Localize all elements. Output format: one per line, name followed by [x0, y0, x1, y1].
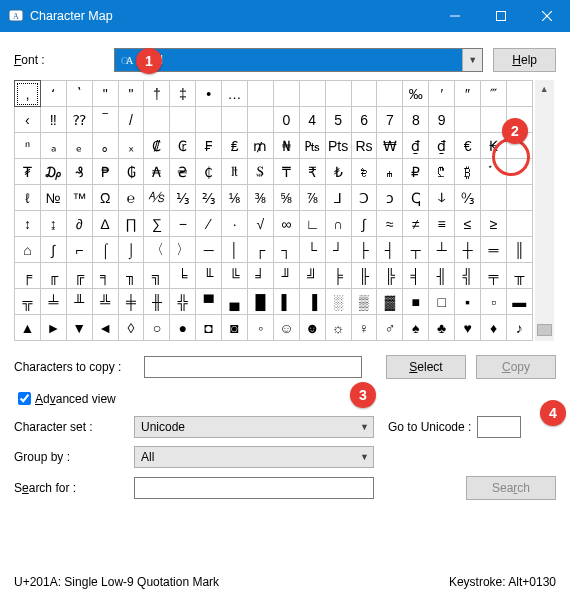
grid-cell[interactable]: ≡	[429, 211, 455, 237]
grid-cell[interactable]: ∞	[273, 211, 299, 237]
grid-cell[interactable]: ₰	[66, 159, 92, 185]
grid-cell[interactable]: ┼	[455, 237, 481, 263]
grid-cell[interactable]: ₐ	[40, 133, 66, 159]
grid-cell[interactable]: ≥	[481, 211, 507, 237]
grid-cell[interactable]: ⅔	[196, 185, 222, 211]
grid-cell[interactable]: ┌	[248, 237, 274, 263]
grid-cell[interactable]: ║	[506, 237, 532, 263]
grid-cell[interactable]: ◘	[196, 315, 222, 341]
grid-cell[interactable]: ‡	[170, 81, 196, 107]
grid-cell[interactable]: ╢	[429, 263, 455, 289]
grid-cell[interactable]: 〈	[144, 237, 170, 263]
grid-cell[interactable]: ▒	[351, 289, 377, 315]
grid-cell[interactable]	[299, 81, 325, 107]
close-button[interactable]	[524, 0, 570, 32]
grid-cell[interactable]: ₫	[429, 133, 455, 159]
grid-cell[interactable]: ♦	[481, 315, 507, 341]
grid-cell[interactable]: 〉	[170, 237, 196, 263]
grid-cell[interactable]: 5	[325, 107, 351, 133]
grid-cell[interactable]: ⁇	[66, 107, 92, 133]
grid-cell[interactable]: ♪	[506, 315, 532, 341]
grid-cell[interactable]: ₽	[403, 159, 429, 185]
grid-cell[interactable]: ↉	[455, 185, 481, 211]
grid-cell[interactable]: ₴	[170, 159, 196, 185]
grid-cell[interactable]: ₥	[248, 133, 274, 159]
grid-cell[interactable]: †	[144, 81, 170, 107]
grid-cell[interactable]: ₵	[196, 159, 222, 185]
grid-cell[interactable]: −	[170, 211, 196, 237]
grid-cell[interactable]: ░	[325, 289, 351, 315]
grid-cell[interactable]: ╩	[92, 289, 118, 315]
grid-cell[interactable]: ╜	[273, 263, 299, 289]
grid-cell[interactable]: ₩	[377, 133, 403, 159]
grid-cell[interactable]: ″	[455, 81, 481, 107]
grid-cell[interactable]: 8	[403, 107, 429, 133]
grid-cell[interactable]: Pts	[325, 133, 351, 159]
grid-cell[interactable]: ◦	[248, 315, 274, 341]
grid-cell[interactable]: ⅜	[248, 185, 274, 211]
grid-cell[interactable]	[325, 81, 351, 107]
grid-cell[interactable]: €	[455, 133, 481, 159]
grid-cell[interactable]: ╕	[92, 263, 118, 289]
grid-cell[interactable]: ₷	[248, 159, 274, 185]
grid-cell[interactable]: ↄ	[377, 185, 403, 211]
grid-cell[interactable]: ∂	[66, 211, 92, 237]
grid-cell[interactable]: ┤	[377, 237, 403, 263]
grid-cell[interactable]: ₼	[377, 159, 403, 185]
grid-cell[interactable]: ►	[40, 315, 66, 341]
grid-cell[interactable]: ○	[144, 315, 170, 341]
grid-cell[interactable]: ╠	[377, 263, 403, 289]
grid-cell[interactable]: ▐	[299, 289, 325, 315]
grid-cell[interactable]: ʻ	[40, 81, 66, 107]
grid-cell[interactable]: ∙	[222, 211, 248, 237]
grid-cell[interactable]: ₧	[299, 133, 325, 159]
grid-cell[interactable]: ♀	[351, 315, 377, 341]
help-button[interactable]: Help	[493, 48, 556, 72]
grid-cell[interactable]: Ω	[92, 185, 118, 211]
grid-cell[interactable]: ╒	[15, 263, 41, 289]
grid-cell[interactable]: ₾	[429, 159, 455, 185]
search-button[interactable]: Search	[466, 476, 556, 500]
grid-cell[interactable]: ╙	[196, 263, 222, 289]
grid-cell[interactable]: ₳	[144, 159, 170, 185]
grid-cell[interactable]: ₫	[403, 133, 429, 159]
grid-cell[interactable]: ₹	[299, 159, 325, 185]
grid-cell[interactable]: ▲	[15, 315, 41, 341]
grid-cell[interactable]: ┐	[273, 237, 299, 263]
grid-scrollbar[interactable]: ▲ ▼	[535, 80, 554, 341]
grid-cell[interactable]: ₮	[15, 159, 41, 185]
grid-cell[interactable]: Ↄ	[351, 185, 377, 211]
grid-cell[interactable]: ┴	[429, 237, 455, 263]
grid-cell[interactable]: ₿	[455, 159, 481, 185]
grid-cell[interactable]: ⅓	[170, 185, 196, 211]
grid-cell[interactable]: ⌐	[66, 237, 92, 263]
grid-cell[interactable]: 4	[299, 107, 325, 133]
grid-cell[interactable]: ╧	[40, 289, 66, 315]
grid-cell[interactable]: √	[248, 211, 274, 237]
grid-cell[interactable]: ∆	[92, 211, 118, 237]
grid-cell[interactable]: ╪	[118, 289, 144, 315]
grid-cell[interactable]: ↆ	[429, 185, 455, 211]
grid-cell[interactable]: ‴	[481, 81, 507, 107]
grid-cell[interactable]: ‼	[40, 107, 66, 133]
grid-cell[interactable]: "	[118, 81, 144, 107]
grid-cell[interactable]: ₶	[222, 159, 248, 185]
grid-cell[interactable]: Rs	[351, 133, 377, 159]
grid-cell[interactable]: ╟	[351, 263, 377, 289]
grid-cell[interactable]	[273, 81, 299, 107]
grid-cell[interactable]: ™	[66, 185, 92, 211]
grid-cell[interactable]: 9	[429, 107, 455, 133]
grid-cell[interactable]: ╞	[325, 263, 351, 289]
font-dropdown[interactable]: OA Arial ▼	[114, 48, 483, 72]
grid-cell[interactable]	[248, 81, 274, 107]
characters-to-copy-input[interactable]	[144, 356, 362, 378]
grid-cell[interactable]: ‚	[15, 81, 41, 107]
grid-cell[interactable]: ‹	[15, 107, 41, 133]
grid-cell[interactable]	[377, 81, 403, 107]
grid-cell[interactable]: ☺	[273, 315, 299, 341]
grid-cell[interactable]: ₑ	[66, 133, 92, 159]
grid-cell[interactable]	[196, 107, 222, 133]
grid-cell[interactable]: ⅃	[325, 185, 351, 211]
grid-cell[interactable]: ▬	[506, 289, 532, 315]
grid-cell[interactable]	[455, 107, 481, 133]
